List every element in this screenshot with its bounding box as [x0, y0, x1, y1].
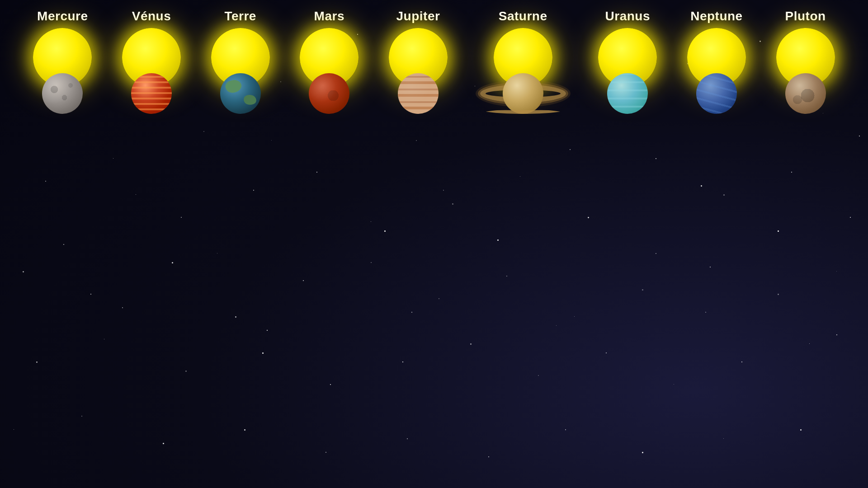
planet-label-uranus: Uranus: [605, 9, 650, 23]
planet-column-neptune: Neptune: [687, 9, 746, 114]
planet-label-terre: Terre: [224, 9, 256, 23]
saturn-wrapper: [478, 73, 568, 114]
planet-label-pluton: Pluton: [785, 9, 826, 23]
mercury-body: [42, 73, 83, 114]
venus-body: [131, 73, 172, 114]
uranus-body: [607, 73, 648, 114]
planet-label-jupiter: Jupiter: [396, 9, 440, 23]
planet-column-pluton: Pluton: [776, 9, 835, 114]
planet-column-jupiter: Jupiter: [389, 9, 448, 114]
saturn-body: [503, 73, 543, 114]
planet-label-neptune: Neptune: [690, 9, 743, 23]
planet-column-venus: Vénus: [122, 9, 181, 114]
planet-column-mars: Mars: [300, 9, 359, 114]
planet-label-saturne: Saturne: [499, 9, 547, 23]
planet-column-uranus: Uranus: [598, 9, 657, 114]
planet-column-mercure: Mercure: [33, 9, 92, 114]
planet-label-mercure: Mercure: [37, 9, 88, 23]
jupiter-body: [398, 73, 439, 114]
mars-body: [309, 73, 349, 114]
pluto-body: [785, 73, 826, 114]
planet-label-venus: Vénus: [132, 9, 171, 23]
neptune-body: [696, 73, 737, 114]
planet-column-terre: Terre: [211, 9, 270, 114]
earth-body: [220, 73, 261, 114]
planet-label-mars: Mars: [314, 9, 344, 23]
planets-container: Mercure Vénus Terre Mars Jupiter Saturne: [0, 0, 868, 114]
planet-column-saturne: Saturne: [478, 9, 568, 114]
